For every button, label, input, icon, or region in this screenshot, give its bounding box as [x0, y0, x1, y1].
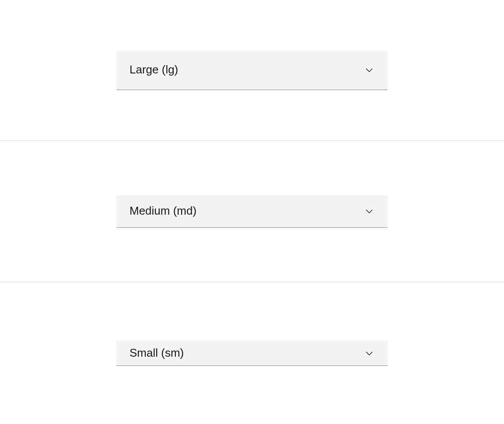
- section-small: Small (sm): [0, 282, 504, 424]
- section-large: Large (lg): [0, 0, 504, 141]
- dropdown-large[interactable]: Large (lg): [116, 51, 388, 90]
- chevron-down-icon: [364, 348, 374, 358]
- dropdown-medium[interactable]: Medium (md): [116, 195, 388, 228]
- chevron-down-icon: [364, 206, 374, 216]
- dropdown-small-label: Small (sm): [130, 346, 184, 361]
- dropdown-small[interactable]: Small (sm): [116, 341, 388, 366]
- section-medium: Medium (md): [0, 141, 504, 282]
- dropdown-large-label: Large (lg): [130, 63, 178, 77]
- dropdown-medium-label: Medium (md): [130, 204, 196, 219]
- chevron-down-icon: [364, 65, 374, 75]
